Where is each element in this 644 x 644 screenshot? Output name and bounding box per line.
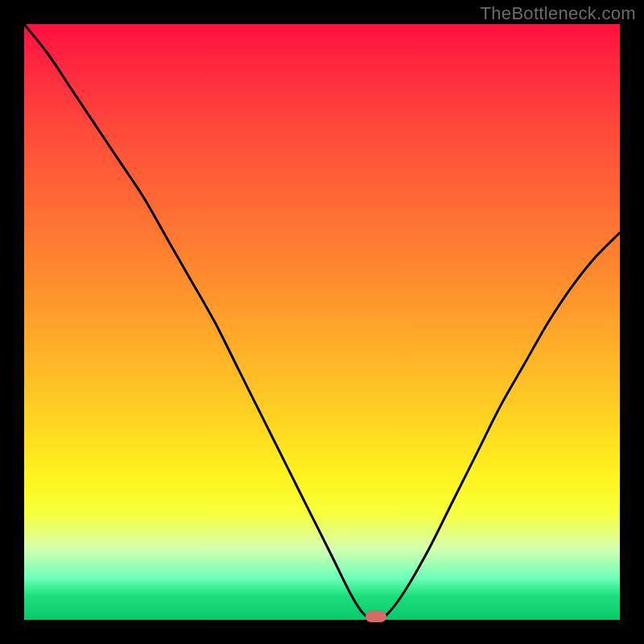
watermark-text: TheBottleneck.com [481, 3, 636, 24]
chart-frame: TheBottleneck.com [0, 0, 644, 644]
bottleneck-curve [24, 24, 620, 620]
optimum-marker [365, 611, 386, 622]
plot-area [24, 24, 620, 620]
